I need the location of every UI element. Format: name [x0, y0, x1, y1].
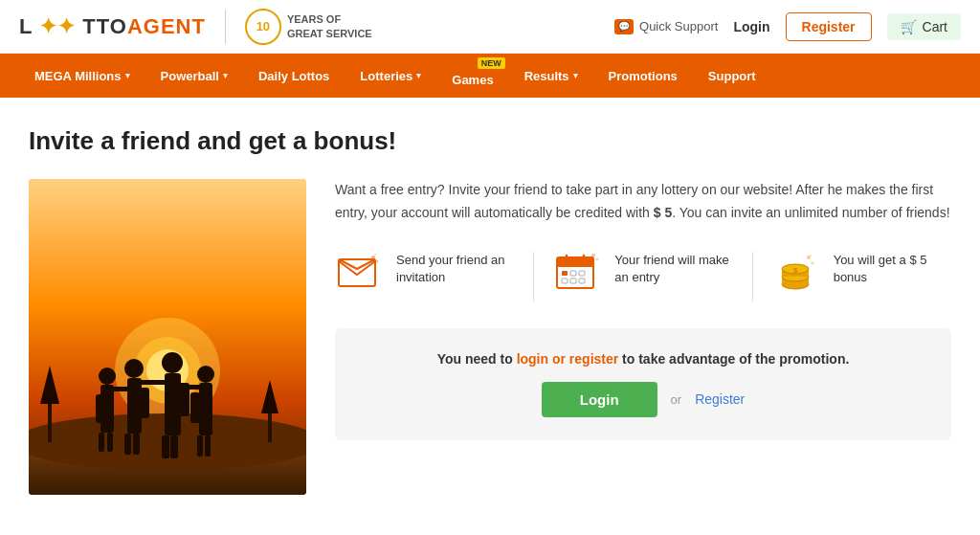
logo[interactable]: L ✦✦ TTOAGENT — [19, 14, 206, 39]
chevron-down-icon: ▾ — [125, 71, 130, 80]
coins-icon: $ — [772, 248, 822, 298]
svg-rect-19 — [170, 435, 178, 458]
logo-stars: ✦✦ — [33, 14, 82, 38]
svg-rect-25 — [197, 435, 203, 457]
page-title: Invite a friend and get a bonus! — [29, 126, 951, 156]
nav-item-daily-lottos[interactable]: Daily Lottos — [243, 54, 345, 98]
svg-rect-43 — [579, 271, 585, 276]
step-2-label: Your friend will make an entry — [614, 248, 732, 286]
cart-label: Cart — [923, 19, 947, 34]
chevron-down-icon: ▾ — [223, 71, 228, 80]
step-divider-2 — [752, 252, 753, 301]
header: L ✦✦ TTOAGENT 10 YEARS OF GREAT SERVICE … — [0, 0, 980, 54]
quick-support-button[interactable]: 💬 Quick Support — [614, 19, 718, 34]
anniversary-number: 10 — [256, 19, 270, 33]
cart-icon: 🛒 — [901, 19, 917, 34]
svg-text:$: $ — [793, 266, 798, 275]
svg-rect-26 — [103, 387, 134, 391]
content-area: Want a free entry? Invite your friend to… — [29, 179, 951, 495]
svg-rect-22 — [199, 383, 212, 435]
nav-item-promotions[interactable]: Promotions — [593, 54, 693, 98]
svg-point-11 — [124, 359, 144, 378]
svg-rect-24 — [205, 435, 211, 457]
nav-label-daily-lottos: Daily Lottos — [258, 69, 329, 83]
or-text: or — [671, 392, 682, 407]
calendar-icon — [553, 248, 603, 298]
chevron-down-icon: ▾ — [416, 71, 421, 80]
register-link[interactable]: Register — [695, 391, 745, 407]
quick-support-label: Quick Support — [639, 19, 718, 33]
svg-point-56 — [811, 261, 813, 264]
nav-label-promotions: Promotions — [609, 69, 678, 83]
logo-tto: TTO — [82, 14, 127, 38]
main-nav: MEGA Millions ▾ Powerball ▾ Daily Lottos… — [0, 54, 980, 98]
step-1: Send your friend an invitation — [335, 248, 514, 298]
svg-point-21 — [197, 366, 214, 383]
svg-point-36 — [374, 254, 376, 256]
svg-rect-13 — [139, 388, 149, 418]
nav-label-results: Results — [524, 69, 569, 83]
svg-rect-29 — [48, 399, 52, 442]
nav-item-games[interactable]: NEW Games — [436, 54, 508, 98]
nav-item-results[interactable]: Results ▾ — [509, 54, 593, 98]
svg-point-48 — [596, 257, 599, 260]
friends-illustration — [29, 179, 306, 495]
svg-rect-9 — [107, 433, 113, 452]
svg-point-34 — [371, 256, 375, 259]
anniversary-circle: 10 — [245, 9, 281, 45]
login-box-text: You need to login or register to take ad… — [364, 351, 923, 367]
login-green-button[interactable]: Login — [542, 382, 657, 417]
nav-item-support[interactable]: Support — [693, 54, 771, 98]
svg-rect-41 — [562, 271, 568, 276]
login-box-actions: Login or Register — [364, 382, 923, 417]
svg-rect-45 — [570, 279, 576, 283]
anniversary-badge-area: 10 YEARS OF GREAT SERVICE — [245, 9, 372, 45]
nav-label-lotteries: Lotteries — [360, 69, 412, 83]
nav-item-mega-millions[interactable]: MEGA Millions ▾ — [19, 54, 145, 98]
chevron-down-icon: ▾ — [573, 71, 578, 80]
svg-rect-8 — [96, 394, 105, 423]
svg-rect-27 — [132, 380, 176, 385]
register-button[interactable]: Register — [786, 12, 872, 41]
svg-rect-46 — [579, 279, 585, 283]
svg-rect-28 — [174, 385, 209, 390]
cart-button[interactable]: 🛒 Cart — [887, 13, 961, 40]
svg-point-57 — [810, 255, 812, 256]
main-content: Invite a friend and get a bonus! — [0, 98, 980, 524]
steps-row: Send your friend an invitation — [335, 248, 951, 301]
logo-l: L — [19, 14, 33, 38]
svg-point-16 — [162, 352, 183, 373]
svg-point-35 — [376, 259, 379, 262]
svg-rect-38 — [557, 257, 593, 267]
svg-rect-31 — [268, 409, 272, 442]
friends-image — [29, 179, 306, 495]
nav-item-lotteries[interactable]: Lotteries ▾ — [345, 54, 436, 98]
invite-amount: $ 5 — [650, 205, 672, 220]
nav-item-powerball[interactable]: Powerball ▾ — [145, 54, 243, 98]
svg-rect-20 — [162, 435, 169, 458]
invite-text-after: . You can invite an unlimited number of … — [672, 205, 949, 220]
step-2: Your friend will make an entry — [553, 248, 732, 298]
svg-rect-44 — [562, 279, 568, 283]
nav-label-support: Support — [708, 69, 756, 83]
nav-label-powerball: Powerball — [161, 69, 219, 83]
login-button[interactable]: Login — [733, 19, 769, 34]
login-or-register-link[interactable]: login or register — [517, 351, 619, 367]
invite-description: Want a free entry? Invite your friend to… — [335, 179, 951, 225]
login-box-text-after: to take advantage of the promotion. — [618, 351, 849, 367]
logo-agent: AGENT — [127, 14, 206, 38]
nav-label-mega-millions: MEGA Millions — [34, 69, 122, 83]
svg-rect-33 — [339, 259, 375, 286]
svg-rect-15 — [124, 434, 131, 455]
header-actions: 💬 Quick Support Login Register 🛒 Cart — [614, 12, 961, 41]
envelope-icon — [335, 248, 385, 298]
right-panel: Want a free entry? Invite your friend to… — [335, 179, 951, 440]
logo-area: L ✦✦ TTOAGENT 10 YEARS OF GREAT SERVICE — [19, 9, 372, 45]
svg-point-47 — [591, 254, 595, 257]
step-divider-1 — [533, 252, 534, 301]
step-3-label: You will get a $ 5 bonus — [834, 248, 951, 286]
svg-rect-42 — [570, 271, 576, 276]
chat-icon: 💬 — [614, 19, 634, 34]
svg-rect-23 — [190, 392, 200, 423]
step-3: $ You will get a $ 5 bonus — [772, 248, 951, 298]
